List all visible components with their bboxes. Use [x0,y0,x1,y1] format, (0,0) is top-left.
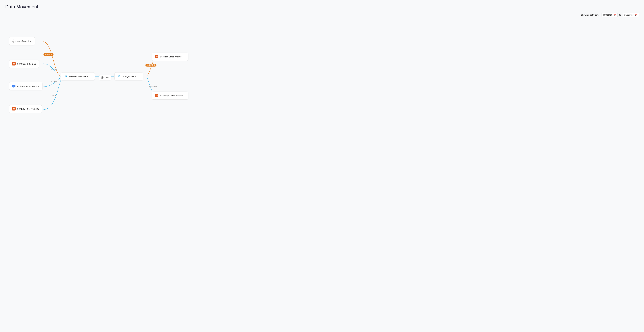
non-prod-label: NON_Prod/JDS [123,75,136,78]
s3-crm-label: S3://Stage-CRM-Data [17,63,36,65]
page-title: Data Movement [5,4,639,9]
share-label: Share [105,77,109,79]
calendar-to-icon: 📅 [634,14,637,16]
svg-point-6 [14,39,14,40]
date-to-value: 26/02/2023 [624,14,634,16]
date-to-input[interactable]: 26/02/2023 📅 [623,13,639,17]
gcs-audit-label: gs://Raw-Audit-Logs-9242 [17,85,40,87]
calendar-from-icon: 📅 [613,14,616,16]
share-node[interactable]: Share [99,75,111,80]
share-icon [101,76,104,79]
snowflake-nonprod-icon: ❄ [117,74,122,78]
svg-text:≡: ≡ [14,86,14,87]
svg-text:S3: S3 [156,95,158,97]
badge-3gb-warning-icon: ⚠ [51,54,52,55]
label-45mb: 45.23MB [51,68,58,70]
salesforce-sink-label: Salesforce-Sink [17,40,31,42]
diagram-container: Salesforce-Sink S3 S3://Stage-CRM-Data ≡… [5,22,639,110]
s3-fraud-node[interactable]: S3 S3://Stage-Fraud-Analytics [152,92,188,100]
s3-fraud-icon: S3 [155,94,159,98]
s3-final-icon: S3 [155,55,159,59]
s3-edl-label: S3://EDL-NON-Prod-JDS [17,108,39,110]
snowflake-warehouse-icon: ❄ [64,74,68,78]
svg-point-9 [15,41,16,41]
s3-final-node[interactable]: S3 S3://Final-Stage-Analytics [152,53,188,61]
dev-warehouse-label: Dev Data Warehouse [69,75,88,78]
badge-33mb: 33.64MB ⚠ [146,64,156,67]
showing-label: Showing last 7 days [581,14,599,16]
label-143mb: 143.12MB [149,86,157,88]
badge-3gb: 3.68GB ⚠ [44,53,54,56]
badge-33mb-value: 33.64MB [147,64,153,66]
date-from-input[interactable]: 06/02/2023 📅 [602,13,618,17]
s3-final-label: S3://Final-Stage-Analytics [160,56,182,58]
kafka-icon [12,39,16,43]
svg-point-8 [12,41,13,41]
date-from-value: 06/02/2023 [603,14,612,16]
salesforce-sink-node[interactable]: Salesforce-Sink [9,37,35,45]
svg-text:S3: S3 [156,56,158,58]
svg-text:❄: ❄ [118,74,120,78]
header-controls: Showing last 7 days 06/02/2023 📅 to 26/0… [5,13,639,17]
dev-warehouse-node[interactable]: ❄ Dev Data Warehouse [61,72,95,80]
gcs-icon: ≡ [12,84,16,88]
s3-fraud-label: S3://Stage-Fraud-Analytics [160,95,183,97]
svg-point-23 [101,77,103,78]
svg-text:S3: S3 [13,63,15,65]
badge-3gb-value: 3.68GB [45,54,50,55]
s3-crm-node[interactable]: S3 S3://Stage-CRM-Data [9,60,39,68]
badge-33mb-warning-icon: ⚠ [154,64,155,66]
svg-point-5 [13,41,14,42]
gcs-audit-node[interactable]: ≡ gs://Raw-Audit-Logs-9242 [9,82,42,90]
svg-text:S3: S3 [13,108,15,110]
label-61mb: 61.64MB [51,80,58,82]
label-33mb: 33.65MB [50,95,56,97]
s3-edl-node[interactable]: S3 S3://EDL-NON-Prod-JDS [9,105,42,113]
connections-svg [5,22,639,110]
non-prod-node[interactable]: ❄ NON_Prod/JDS [114,72,143,80]
svg-point-7 [14,42,14,43]
s3-crm-icon: S3 [12,62,16,66]
to-label: to [619,13,621,16]
svg-text:❄: ❄ [64,74,67,78]
s3-edl-icon: S3 [12,107,16,111]
